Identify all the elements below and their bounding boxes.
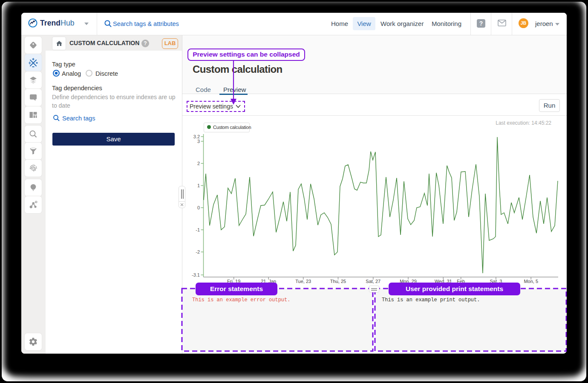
svg-text:Tue, 23: Tue, 23 [295,279,311,284]
svg-text:Sat, 27: Sat, 27 [366,279,380,284]
svg-text:3: 3 [197,139,200,144]
svg-text:1: 1 [197,183,200,188]
svg-text:Mon, 5: Mon, 5 [524,279,538,284]
svg-text:2: 2 [197,161,200,166]
svg-text:-2: -2 [196,249,200,254]
svg-text:-1: -1 [196,227,200,232]
svg-text:0: 0 [197,205,200,210]
svg-text:-3.1: -3.1 [192,272,200,277]
svg-text:Thu, 25: Thu, 25 [330,279,346,284]
